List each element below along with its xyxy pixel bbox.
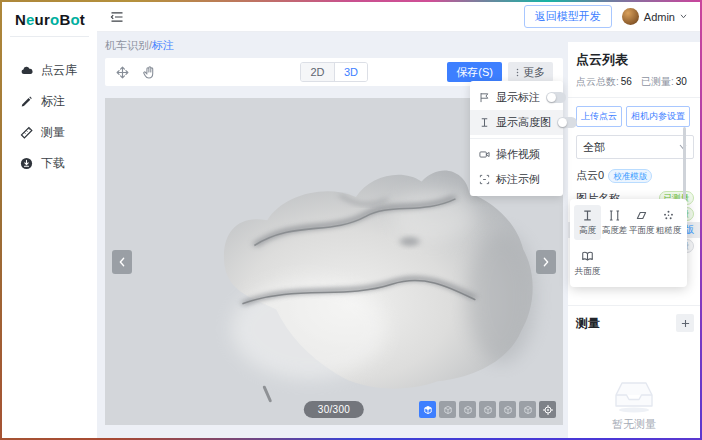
logo-text: t xyxy=(80,11,85,28)
stat-total: 点云总数:56 xyxy=(576,75,632,89)
collapse-sidebar-icon[interactable] xyxy=(110,10,124,24)
tool-label: 高度 xyxy=(574,225,601,237)
chevron-down-icon xyxy=(680,14,687,19)
height-diff-icon xyxy=(608,209,621,222)
measure-empty-state: 暂无测量 xyxy=(568,378,700,432)
logo-text: ur xyxy=(35,11,50,28)
view-orientation-buttons xyxy=(419,401,556,418)
height-ibeam-icon xyxy=(479,117,490,128)
sidebar-item-label: 下载 xyxy=(41,155,65,172)
logo-text: B xyxy=(59,11,70,28)
breadcrumb-current: 标注 xyxy=(152,39,174,51)
pan-move-icon[interactable] xyxy=(115,65,130,80)
stat-total-label: 点云总数: xyxy=(576,76,619,87)
chevron-right-icon xyxy=(541,257,551,267)
workspace: 机车识别/标注 2D 3D 保存(S) 更多 xyxy=(97,32,700,438)
upload-pointcloud-button[interactable]: 上传点云 xyxy=(576,106,622,127)
menu-item-annotation-example[interactable]: 标注示例 xyxy=(470,167,563,192)
sidebar-item-annotate[interactable]: 标注 xyxy=(2,86,97,117)
menu-item-label: 标注示例 xyxy=(496,172,554,187)
cube-top-icon xyxy=(522,404,534,416)
show-heightmap-toggle[interactable] xyxy=(557,117,577,128)
group-name: 点云0 xyxy=(576,168,604,183)
crosshair-icon xyxy=(542,404,554,416)
frame-counter-badge: 30/300 xyxy=(304,401,364,418)
measure-section-header: 测量 xyxy=(576,314,694,332)
breadcrumb-parent[interactable]: 机车识别 xyxy=(105,39,149,51)
logo-gear-e: e xyxy=(26,11,35,28)
height-ibeam-icon xyxy=(581,209,594,222)
menu-item-show-annotations[interactable]: 显示标注 xyxy=(470,85,563,110)
menu-divider xyxy=(470,138,563,139)
pointcloud-group-row[interactable]: 点云0 校准模版 xyxy=(576,168,694,183)
more-label: 更多 xyxy=(523,65,545,80)
pointcloud-panel: 点云列表 点云总数:56 已测量:30 上传点云 相机内参设置 全部 点云0 校… xyxy=(568,42,700,438)
logo-gear-o2: o xyxy=(70,11,79,28)
view-left-button[interactable] xyxy=(479,401,496,418)
empty-text: 暂无测量 xyxy=(612,418,656,430)
stat-total-value: 56 xyxy=(621,76,632,87)
view-back-button[interactable] xyxy=(459,401,476,418)
cube-front-icon xyxy=(442,404,454,416)
video-icon xyxy=(479,149,490,160)
app-window: NeuroBot 点云库 标注 测量 下载 返回模 xyxy=(2,2,700,438)
sidebar-item-label: 点云库 xyxy=(41,62,77,79)
sidebar-nav: 点云库 标注 测量 下载 xyxy=(2,37,97,179)
reset-view-button[interactable] xyxy=(539,401,556,418)
camera-intrinsics-button[interactable]: 相机内参设置 xyxy=(626,106,690,127)
app-frame: NeuroBot 点云库 标注 测量 下载 返回模 xyxy=(0,0,702,440)
logo-gear-o1: o xyxy=(50,11,59,28)
hand-grab-icon[interactable] xyxy=(142,65,157,80)
toolbar-right-group: 保存(S) 更多 xyxy=(447,62,553,82)
view-cube-default-button[interactable] xyxy=(419,401,436,418)
view-top-button[interactable] xyxy=(519,401,536,418)
sidebar-item-pointcloud-library[interactable]: 点云库 xyxy=(2,55,97,86)
breadcrumb: 机车识别/标注 xyxy=(105,32,563,58)
sidebar-item-label: 标注 xyxy=(41,93,65,110)
back-to-model-dev-button[interactable]: 返回模型开发 xyxy=(524,5,612,28)
tool-flatness[interactable]: 平面度 xyxy=(628,205,655,240)
download-icon xyxy=(20,157,33,170)
view-right-button[interactable] xyxy=(499,401,516,418)
show-annotations-toggle[interactable] xyxy=(546,92,566,103)
sidebar-item-download[interactable]: 下载 xyxy=(2,148,97,179)
tool-roughness[interactable]: 粗糙度 xyxy=(655,205,682,240)
app-logo: NeuroBot xyxy=(2,2,97,36)
menu-item-tutorial-video[interactable]: 操作视频 xyxy=(470,142,563,167)
view-2d-button[interactable]: 2D xyxy=(301,63,334,81)
tool-label: 平面度 xyxy=(628,225,655,237)
canvas-column: 机车识别/标注 2D 3D 保存(S) 更多 xyxy=(97,32,568,438)
logo-text: N xyxy=(15,11,26,28)
more-button[interactable]: 更多 xyxy=(508,62,553,82)
tool-height-diff[interactable]: 高度差 xyxy=(601,205,628,240)
view-3d-button[interactable]: 3D xyxy=(334,63,367,81)
cube-back-icon xyxy=(462,404,474,416)
sidebar: NeuroBot 点云库 标注 测量 下载 xyxy=(2,2,97,438)
empty-inbox-icon xyxy=(611,378,657,414)
sidebar-item-measure[interactable]: 测量 xyxy=(2,117,97,148)
cloud-icon xyxy=(20,64,33,77)
user-menu[interactable]: Admin xyxy=(622,8,687,25)
cube-left-icon xyxy=(482,404,494,416)
measure-title: 测量 xyxy=(576,315,600,332)
main-area: 返回模型开发 Admin 机车识别/标注 2D 3D xyxy=(97,2,700,438)
menu-item-show-heightmap[interactable]: 显示高度图 xyxy=(470,110,563,135)
chevron-left-icon xyxy=(117,257,127,267)
add-measurement-button[interactable] xyxy=(676,314,694,332)
tool-label: 粗糙度 xyxy=(655,225,682,237)
stat-measured-value: 30 xyxy=(676,76,687,87)
tool-coplanarity[interactable]: 共面度 xyxy=(574,246,601,281)
filter-select[interactable]: 全部 xyxy=(576,135,694,159)
prev-image-button[interactable] xyxy=(112,250,132,274)
tool-height[interactable]: 高度 xyxy=(574,205,601,240)
panel-divider xyxy=(568,97,700,98)
view-front-button[interactable] xyxy=(439,401,456,418)
next-image-button[interactable] xyxy=(536,250,556,274)
topbar: 返回模型开发 Admin xyxy=(97,2,700,32)
view-mode-toggle: 2D 3D xyxy=(300,62,368,82)
avatar xyxy=(622,8,639,25)
save-button[interactable]: 保存(S) xyxy=(447,62,502,82)
menu-item-label: 操作视频 xyxy=(496,147,554,162)
frame-corners-icon xyxy=(479,174,490,185)
stat-measured: 已测量:30 xyxy=(641,75,687,89)
